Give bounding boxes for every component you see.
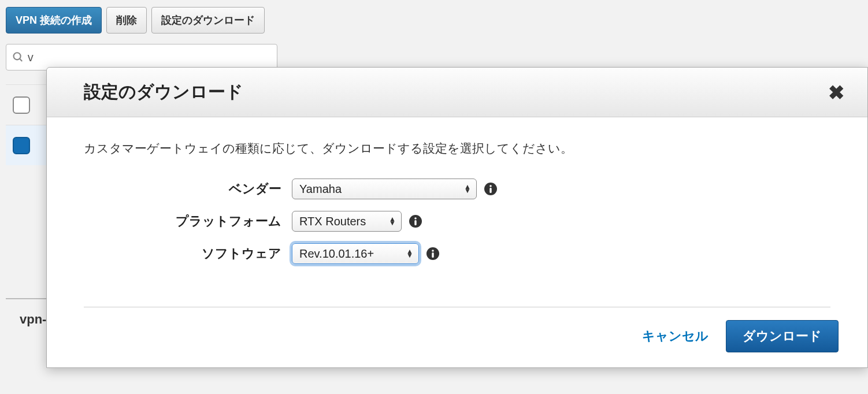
cancel-button[interactable]: キャンセル	[642, 328, 709, 345]
platform-select-wrap: RTX Routers ▲▼	[292, 211, 402, 232]
download-button[interactable]: ダウンロード	[726, 320, 839, 352]
modal-title: 設定のダウンロード	[84, 80, 243, 104]
info-icon[interactable]	[484, 182, 498, 196]
platform-label: プラットフォーム	[84, 213, 292, 230]
close-icon[interactable]: ✖	[828, 83, 844, 102]
delete-button[interactable]: 削除	[106, 7, 147, 34]
vendor-select[interactable]: Yamaha	[292, 179, 477, 199]
software-select[interactable]: Rev.10.01.16+	[292, 243, 419, 264]
create-vpn-button[interactable]: VPN 接続の作成	[6, 7, 102, 34]
svg-point-9	[432, 250, 434, 252]
svg-rect-4	[489, 188, 491, 193]
software-row: ソフトウェア Rev.10.01.16+ ▲▼	[84, 243, 830, 264]
software-label: ソフトウェア	[84, 245, 292, 262]
modal-header: 設定のダウンロード ✖	[47, 68, 867, 117]
modal-footer: キャンセル ダウンロード	[47, 307, 867, 367]
platform-select[interactable]: RTX Routers	[292, 211, 402, 232]
svg-rect-7	[414, 220, 416, 225]
svg-point-3	[489, 185, 492, 187]
svg-rect-10	[432, 252, 433, 258]
modal-description: カスタマーゲートウェイの種類に応じて、ダウンロードする設定を選択してください。	[84, 140, 830, 157]
platform-row: プラットフォーム RTX Routers ▲▼	[84, 211, 830, 232]
search-icon	[12, 51, 24, 64]
toolbar: VPN 接続の作成 削除 設定のダウンロード	[0, 0, 868, 39]
row-checkbox[interactable]	[13, 137, 30, 154]
download-config-button[interactable]: 設定のダウンロード	[151, 7, 265, 34]
modal-body: カスタマーゲートウェイの種類に応じて、ダウンロードする設定を選択してください。 …	[47, 117, 867, 293]
svg-point-0	[14, 53, 21, 60]
vendor-row: ベンダー Yamaha ▲▼	[84, 179, 830, 199]
svg-line-1	[20, 59, 22, 61]
row-checkbox[interactable]	[13, 96, 30, 114]
vendor-label: ベンダー	[84, 180, 292, 198]
software-select-wrap: Rev.10.01.16+ ▲▼	[292, 243, 419, 264]
info-icon[interactable]	[409, 214, 422, 228]
download-config-modal: 設定のダウンロード ✖ カスタマーゲートウェイの種類に応じて、ダウンロードする設…	[46, 67, 868, 368]
info-icon[interactable]	[426, 247, 440, 261]
vendor-select-wrap: Yamaha ▲▼	[292, 179, 477, 199]
search-input[interactable]	[28, 51, 271, 64]
svg-point-6	[414, 217, 417, 220]
